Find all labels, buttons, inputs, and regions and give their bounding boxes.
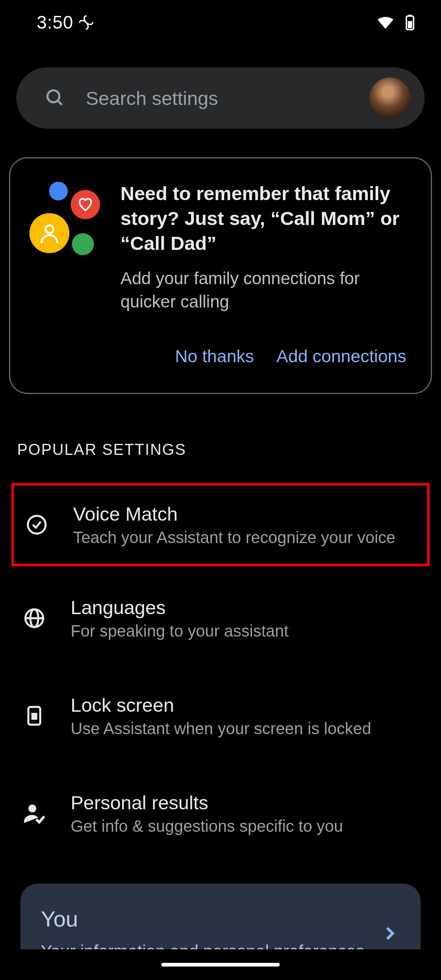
svg-rect-2 [409, 15, 412, 17]
nav-handle[interactable] [161, 963, 280, 967]
promo-title: Need to remember that family story? Just… [120, 181, 408, 256]
person-check-icon [22, 802, 46, 825]
search-icon [45, 88, 65, 108]
settings-list: Voice Match Teach your Assistant to reco… [0, 483, 441, 855]
setting-voice-match[interactable]: Voice Match Teach your Assistant to reco… [11, 483, 430, 566]
nav-bar [0, 949, 441, 980]
svg-line-4 [58, 100, 62, 105]
svg-point-5 [45, 225, 53, 233]
svg-point-6 [28, 516, 46, 534]
globe-icon [22, 606, 46, 630]
setting-subtitle: Use Assistant when your screen is locked [71, 719, 419, 738]
setting-title: Languages [71, 596, 419, 619]
avatar[interactable] [370, 78, 410, 118]
lock-screen-icon [22, 704, 46, 728]
promo-subtitle: Add your family connections for quicker … [120, 267, 408, 313]
popular-settings-header: POPULAR SETTINGS [17, 441, 441, 459]
voice-match-icon [25, 513, 49, 537]
setting-subtitle: Teach your Assistant to recognize your v… [73, 528, 416, 547]
add-connections-button[interactable]: Add connections [276, 346, 406, 366]
svg-point-3 [47, 90, 59, 102]
status-right [377, 14, 419, 31]
setting-subtitle: For speaking to your assistant [71, 622, 419, 640]
svg-rect-11 [32, 714, 36, 719]
chevron-right-icon [382, 925, 398, 942]
wifi-icon [377, 14, 394, 31]
pinwheel-icon [78, 15, 94, 30]
setting-languages[interactable]: Languages For speaking to your assistant [0, 577, 441, 660]
status-time: 3:50 [37, 12, 74, 33]
svg-rect-1 [408, 21, 412, 29]
setting-title: Personal results [71, 791, 419, 814]
no-thanks-button[interactable]: No thanks [175, 346, 254, 366]
promo-card: Need to remember that family story? Just… [9, 157, 432, 394]
setting-subtitle: Get info & suggestions specific to you [71, 817, 419, 835]
setting-personal-results[interactable]: Personal results Get info & suggestions … [0, 772, 441, 855]
setting-title: Voice Match [73, 503, 416, 525]
category-title: You [41, 906, 382, 931]
family-illustration [29, 181, 104, 256]
battery-icon [401, 14, 419, 31]
status-left: 3:50 [37, 12, 94, 33]
search-placeholder: Search settings [86, 87, 370, 109]
search-bar[interactable]: Search settings [16, 67, 425, 129]
svg-point-12 [29, 804, 36, 812]
setting-lock-screen[interactable]: Lock screen Use Assistant when your scre… [0, 674, 441, 757]
setting-title: Lock screen [71, 694, 419, 716]
status-bar: 3:50 [0, 0, 441, 45]
